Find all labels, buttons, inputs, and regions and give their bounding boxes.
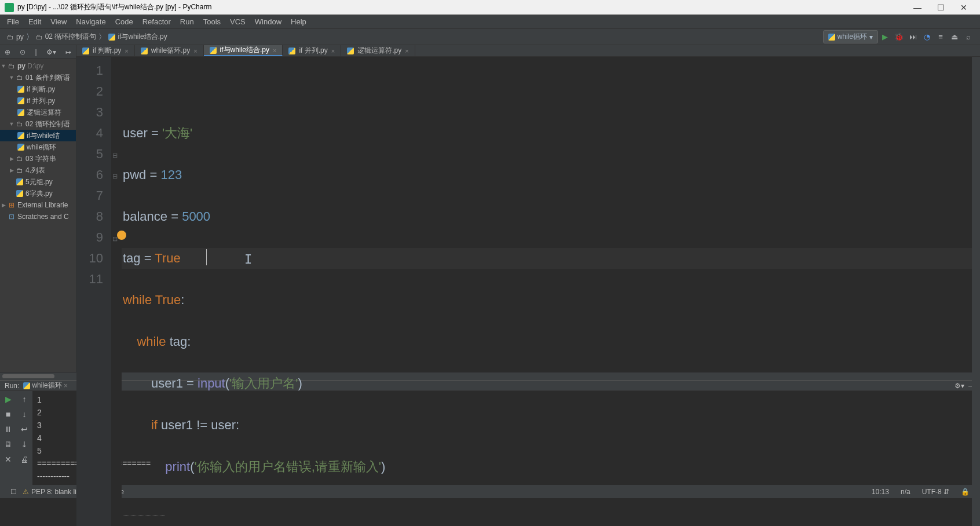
- menu-view[interactable]: View: [46, 17, 71, 26]
- fold-icon[interactable]: ⊟: [112, 166, 118, 187]
- close-icon[interactable]: ×: [273, 47, 276, 54]
- close-icon[interactable]: ×: [193, 48, 197, 54]
- python-file-icon: [17, 109, 24, 116]
- editor-area: if 判断.py × while循环.py × if与while结合.py × …: [76, 45, 980, 372]
- run-tab-label[interactable]: while循环: [32, 381, 61, 390]
- breadcrumb-folder[interactable]: 🗀 02 循环控制语句: [34, 32, 99, 42]
- tab-if-panduan[interactable]: if 判断.py ×: [76, 45, 135, 56]
- scroll-to-end-button[interactable]: ⤓: [21, 440, 28, 449]
- warning-icon: ⚠: [23, 488, 29, 496]
- tree-file[interactable]: 5元组.py: [0, 176, 76, 188]
- soft-wrap-button[interactable]: ↩: [21, 425, 28, 434]
- project-hide-icon[interactable]: ↦: [65, 48, 71, 56]
- tab-if-while-combine[interactable]: if与while结合.py ×: [204, 45, 283, 56]
- stop-button[interactable]: ■: [6, 410, 10, 419]
- folder-icon: 🗀: [15, 120, 24, 128]
- debug-button[interactable]: 🐞: [892, 30, 906, 44]
- menu-edit[interactable]: Edit: [24, 17, 46, 26]
- close-button[interactable]: ✕: [5, 455, 12, 464]
- search-everywhere-button[interactable]: ⌕: [961, 30, 975, 44]
- tree-external-libraries[interactable]: ▶ ⊞ External Librarie: [0, 199, 76, 211]
- tree-root[interactable]: ▼ 🗀 py D:\py: [0, 60, 76, 72]
- run-left-toolbar: ▶ ■ ⏸ 🖥 ✕: [0, 391, 16, 485]
- python-file-icon: [16, 190, 23, 197]
- chevron-down-icon: ▾: [869, 33, 873, 41]
- menu-file[interactable]: File: [2, 17, 24, 26]
- editor-tabs: if 判断.py × while循环.py × if与while结合.py × …: [76, 45, 980, 57]
- menu-navigate[interactable]: Navigate: [71, 17, 110, 26]
- maximize-button[interactable]: ☐: [929, 0, 952, 15]
- python-file-icon: [828, 34, 835, 41]
- breadcrumb-separator: 〉: [98, 32, 106, 42]
- chevron-down-icon: ▼: [8, 121, 15, 127]
- tab-while-loop[interactable]: while循环.py ×: [135, 45, 204, 56]
- scrollbar-thumb[interactable]: [2, 374, 54, 378]
- scratches-icon: ⊡: [7, 213, 16, 221]
- run-configuration-selector[interactable]: while循环 ▾: [823, 30, 878, 43]
- close-icon[interactable]: ×: [125, 48, 128, 54]
- tree-folder[interactable]: ▶ 🗀 03 字符串: [0, 153, 76, 165]
- menu-tools[interactable]: Tools: [199, 17, 225, 26]
- exit-button[interactable]: 🖥: [4, 440, 12, 449]
- close-button[interactable]: ✕: [952, 0, 975, 15]
- close-icon[interactable]: ×: [331, 48, 335, 54]
- stop-button[interactable]: ≡: [934, 30, 948, 44]
- python-file-icon: [82, 48, 89, 54]
- folder-icon: 🗀: [7, 62, 16, 70]
- tree-file[interactable]: 6字典.py: [0, 188, 76, 199]
- tree-scratches[interactable]: ⊡ Scratches and C: [0, 211, 76, 222]
- tab-logic-operator[interactable]: 逻辑运算符.py ×: [341, 45, 415, 56]
- run-with-coverage-button[interactable]: ⏭: [906, 30, 920, 44]
- menu-run[interactable]: Run: [175, 17, 199, 26]
- run-button[interactable]: ▶: [878, 30, 892, 44]
- up-button[interactable]: ↑: [23, 394, 27, 404]
- menu-window[interactable]: Window: [250, 17, 286, 26]
- window-titlebar: py [D:\py] - ...\02 循环控制语句\if与while结合.py…: [0, 0, 980, 15]
- down-button[interactable]: ↓: [23, 410, 27, 419]
- folder-icon: 🗀: [36, 33, 43, 41]
- breadcrumb-file[interactable]: if与while结合.py: [106, 32, 169, 42]
- minimize-button[interactable]: —: [906, 0, 929, 15]
- line-number-gutter: 1 2 3 4 5 6 7 8 9 10 11: [76, 57, 111, 526]
- code-content[interactable]: user = '大海' pwd = 123 balance = 5000 tag…: [122, 57, 972, 526]
- profile-button[interactable]: ◔: [920, 30, 934, 44]
- tool-windows-toggle[interactable]: ☐: [5, 488, 23, 496]
- tab-if-parallel[interactable]: if 并列.py ×: [283, 45, 341, 56]
- tree-file[interactable]: if 判断.py: [0, 83, 76, 95]
- menu-code[interactable]: Code: [111, 17, 138, 26]
- tree-file-selected[interactable]: if与while结: [0, 130, 76, 141]
- project-toolbar: ⊕ ⊙ | ⚙▾ ↦: [0, 45, 76, 59]
- tree-file[interactable]: 逻辑运算符: [0, 107, 76, 118]
- text-cursor: [206, 249, 207, 265]
- tree-file[interactable]: if 并列.py: [0, 95, 76, 107]
- project-settings-icon[interactable]: ⚙▾: [46, 48, 56, 56]
- run-title: Run:: [5, 382, 19, 390]
- error-stripe[interactable]: [972, 57, 980, 526]
- python-file-icon: [17, 97, 24, 104]
- tree-file[interactable]: while循环: [0, 141, 76, 153]
- chevron-right-icon: ▶: [8, 167, 15, 173]
- code-editor[interactable]: 1 2 3 4 5 6 7 8 9 10 11 ⊟ ⊟ ⊟ user = '大海…: [76, 57, 980, 526]
- menu-help[interactable]: Help: [286, 17, 311, 26]
- print-button[interactable]: 🖨: [20, 455, 28, 464]
- tree-folder[interactable]: ▶ 🗀 4.列表: [0, 165, 76, 176]
- update-button[interactable]: ⏏: [948, 30, 961, 44]
- project-collapse-icon[interactable]: ⊕: [5, 48, 10, 56]
- chevron-down-icon: ▼: [8, 75, 15, 81]
- breadcrumb-root[interactable]: 🗀 py: [5, 33, 26, 41]
- python-file-icon: [347, 48, 354, 54]
- project-divider: |: [35, 48, 36, 56]
- breadcrumb-separator: 〉: [26, 32, 34, 42]
- fold-icon[interactable]: ⊟: [112, 228, 118, 249]
- fold-icon[interactable]: ⊟: [112, 145, 118, 166]
- menu-refactor[interactable]: Refactor: [138, 17, 175, 26]
- menu-vcs[interactable]: VCS: [225, 17, 250, 26]
- close-icon[interactable]: ×: [405, 48, 408, 54]
- close-icon[interactable]: ×: [64, 382, 68, 390]
- project-select-icon[interactable]: ⊙: [20, 48, 25, 56]
- tree-folder[interactable]: ▼ 🗀 01 条件判断语: [0, 72, 76, 83]
- rerun-button[interactable]: ▶: [5, 394, 12, 404]
- project-tool-window: ⊕ ⊙ | ⚙▾ ↦ ▼ 🗀 py D:\py ▼ 🗀 01 条件判断语 if …: [0, 45, 76, 372]
- tree-folder[interactable]: ▼ 🗀 02 循环控制语: [0, 118, 76, 130]
- pause-button[interactable]: ⏸: [4, 425, 12, 434]
